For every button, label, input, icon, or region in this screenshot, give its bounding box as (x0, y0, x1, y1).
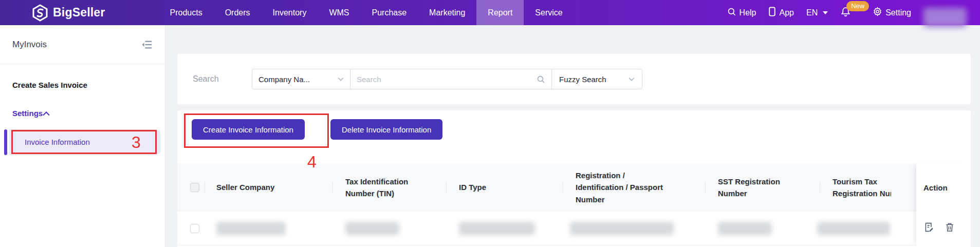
nav-item-products[interactable]: Products (159, 0, 214, 25)
table-header: Seller Company Tax Identification Number… (177, 163, 971, 212)
redacted-registration-number (570, 222, 674, 235)
col-registration: Registration / Identification / Passport… (576, 163, 667, 212)
bigseller-hexagon-icon (32, 4, 48, 22)
column-separator (205, 182, 205, 193)
trash-icon[interactable] (945, 222, 955, 233)
phone-icon (768, 7, 776, 18)
action-column: Action (916, 163, 971, 247)
col-sst: SST Registration Number (718, 163, 786, 212)
search-field-select[interactable]: Company Na... (252, 69, 350, 89)
sidebar-group-settings[interactable]: Settings (12, 109, 153, 118)
annotation-number-4: 4 (307, 153, 317, 172)
menu-fold-icon[interactable] (141, 40, 153, 50)
select-all-cell (190, 163, 199, 212)
nav-item-orders[interactable]: Orders (214, 0, 262, 25)
column-separator (820, 182, 820, 193)
nav-right-cluster: Help App EN New Setting (727, 0, 967, 27)
nav-item-wms[interactable]: WMS (318, 0, 360, 25)
search-label: Search (193, 74, 219, 84)
search-input-wrap (350, 69, 552, 89)
brand-logo[interactable]: BigSeller (32, 4, 105, 22)
new-badge: New (846, 1, 869, 11)
brand-name: BigSeller (53, 6, 105, 20)
sidebar-title: MyInvois (12, 40, 47, 50)
nav-item-inventory[interactable]: Inventory (262, 0, 318, 25)
chevron-up-icon (43, 109, 50, 118)
col-id-type: ID Type (459, 163, 562, 212)
help-link[interactable]: Help (727, 7, 756, 18)
sidebar: MyInvois Create Sales Invoice Settings I… (0, 25, 165, 247)
user-account-redacted[interactable] (923, 8, 967, 27)
magnifier-icon[interactable] (537, 75, 545, 84)
edit-icon[interactable] (923, 222, 934, 233)
gear-icon (873, 7, 882, 18)
col-tourism-tax: Tourism Tax Registration Number (833, 163, 891, 212)
row-checkbox[interactable] (190, 224, 199, 233)
annotation-number-3: 3 (132, 133, 141, 152)
chevron-down-icon (338, 77, 344, 81)
setting-link[interactable]: Setting (873, 7, 911, 18)
redacted-sst-number (718, 222, 772, 235)
row-actions (916, 222, 971, 233)
nav-item-report[interactable]: Report (476, 0, 524, 25)
select-all-checkbox[interactable] (190, 183, 199, 192)
redacted-tourism-tax-number (817, 222, 890, 235)
invoice-table-panel: Create Invoice Information Delete Invoic… (177, 110, 971, 247)
column-separator (446, 182, 447, 193)
column-separator (705, 182, 706, 193)
column-separator (563, 182, 563, 193)
redacted-tin (345, 222, 399, 235)
col-tin: Tax Identification Number (TIN) (345, 163, 430, 212)
search-input-group: Company Na... Fuzzy Search (252, 69, 642, 89)
app-link[interactable]: App (768, 7, 793, 18)
column-separator (332, 182, 333, 193)
redacted-seller-company (216, 222, 286, 235)
table-row[interactable] (177, 212, 971, 245)
sidebar-item-create-sales-invoice[interactable]: Create Sales Invoice (12, 81, 87, 89)
active-item-indicator (4, 129, 7, 155)
search-icon (727, 7, 736, 18)
col-action: Action (916, 163, 971, 212)
language-selector[interactable]: EN (806, 8, 828, 17)
annotation-box-4 (184, 113, 329, 148)
nav-item-purchase[interactable]: Purchase (360, 0, 418, 25)
nav-item-service[interactable]: Service (524, 0, 574, 25)
redacted-id-type (459, 222, 535, 235)
caret-down-icon (823, 11, 828, 14)
sidebar-header: MyInvois (0, 25, 165, 64)
nav-item-marketing[interactable]: Marketing (418, 0, 476, 25)
search-input[interactable] (357, 75, 537, 84)
top-navigation: BigSeller Products Orders Inventory WMS … (0, 0, 980, 25)
search-panel: Search Company Na... Fuzzy Search (177, 54, 971, 104)
chevron-down-icon (628, 77, 635, 81)
search-mode-select[interactable]: Fuzzy Search (551, 69, 642, 89)
delete-invoice-information-button[interactable]: Delete Invoice Information (330, 119, 442, 140)
notifications-bell[interactable]: New (840, 6, 851, 20)
main-menu: Products Orders Inventory WMS Purchase M… (159, 0, 574, 25)
